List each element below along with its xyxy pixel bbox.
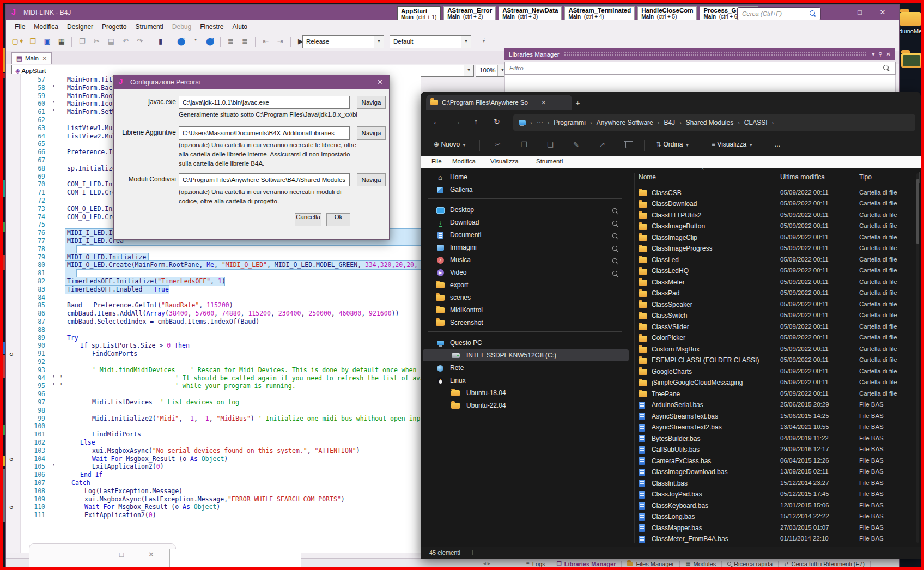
column-header-ultima-modifica[interactable]: Ultima modifica bbox=[780, 173, 825, 181]
code-line-109[interactable]: 109xui.MsgboxAsync(LastException.Message… bbox=[6, 495, 421, 504]
file-row-classmapper-bas[interactable]: ClassMapper.bas27/03/2015 01:07File BAS bbox=[636, 523, 916, 534]
menu-designer[interactable]: Designer bbox=[67, 23, 93, 31]
menu-finestre[interactable]: Finestre bbox=[200, 23, 223, 31]
file-row-classimagedownload-bas[interactable]: ClassImageDownload.bas13/09/2015 02:11Fi… bbox=[636, 467, 916, 478]
menu-file[interactable]: File bbox=[15, 23, 25, 31]
menu-modifica[interactable]: Modifica bbox=[34, 23, 58, 31]
close-icon[interactable]: ✕ bbox=[148, 550, 154, 559]
breadcrumb-programmi[interactable]: Programmi bbox=[554, 119, 586, 126]
code-line-81[interactable]: 81 bbox=[6, 269, 421, 277]
file-row-classspeaker[interactable]: ClassSpeaker05/09/2022 00:11Cartella di … bbox=[636, 299, 916, 311]
back-icon[interactable]: ← bbox=[433, 117, 440, 126]
view-button[interactable]: ≡ Visualizza▼ bbox=[712, 141, 753, 148]
file-row-callsubutils-bas[interactable]: CallSubUtils.bas29/09/2016 12:17File BAS bbox=[636, 445, 916, 456]
file-row-arduinoserial-bas[interactable]: ArduinoSerial.bas25/06/2015 20:29File BA… bbox=[636, 400, 916, 411]
indent-left-icon[interactable]: ≣ bbox=[224, 37, 236, 45]
libraries-manager-header[interactable]: Libraries Manager ▾ ⚲ ✕ bbox=[504, 48, 895, 60]
ide-search-box[interactable] bbox=[737, 7, 821, 20]
back-dropdown-icon[interactable]: ▾ bbox=[190, 37, 202, 42]
browse-button-1[interactable]: Naviga bbox=[357, 126, 386, 140]
file-row-custom-msgbox[interactable]: Custom MsgBox05/09/2022 00:11Cartella di… bbox=[636, 344, 916, 355]
code-line-102[interactable]: 102Else bbox=[6, 439, 421, 447]
bottom-tab-modules[interactable]: ▦Modules bbox=[680, 561, 722, 567]
code-line-101[interactable]: 101FindMidiPorts bbox=[6, 430, 421, 439]
minimize-button[interactable]: – bbox=[829, 7, 845, 18]
dialog-input-0[interactable] bbox=[181, 97, 347, 108]
navigate-back-icon[interactable]: ⬤⃖ bbox=[175, 37, 187, 45]
this-pc-icon[interactable] bbox=[519, 120, 526, 125]
desktop-shortcut-2[interactable] bbox=[901, 53, 922, 68]
file-row-classmeter[interactable]: ClassMeter05/09/2022 00:11Cartella di fi… bbox=[636, 277, 916, 288]
code-line-99[interactable]: 99Midi.Initialize2("Midi", -1, -1, "Midi… bbox=[6, 415, 421, 423]
code-line-78[interactable]: 78 bbox=[6, 245, 421, 253]
file-row-classint-bas[interactable]: ClassInt.bas15/12/2014 23:27File BAS bbox=[636, 478, 916, 489]
dialog-field-0[interactable] bbox=[179, 96, 350, 109]
libraries-filter-box[interactable] bbox=[504, 62, 896, 75]
build-configuration-combo[interactable]: Release ▼ bbox=[302, 35, 384, 48]
maximize-icon[interactable]: □ bbox=[119, 550, 124, 559]
cut-icon[interactable]: ✂ bbox=[90, 37, 102, 45]
dialog-field-1[interactable] bbox=[179, 126, 350, 140]
code-line-86[interactable]: 86cmbBaud.Items.AddAll(Array(38400, 5760… bbox=[6, 310, 421, 318]
code-line-79[interactable]: 79MIDI_O_LED.Initialize bbox=[6, 253, 421, 262]
save-all-icon[interactable]: ▦ bbox=[56, 37, 68, 45]
address-bar[interactable]: › ⋯ ›Programmi›Anywhere Software›B4J›Sha… bbox=[513, 114, 915, 131]
explorer-menu-visualizza[interactable]: Visualizza bbox=[490, 158, 519, 165]
breadcrumb-overflow-icon[interactable]: ⋯ bbox=[537, 119, 543, 126]
tab-close-icon[interactable]: ✕ bbox=[42, 56, 47, 62]
file-row-treepane[interactable]: TreePane05/09/2022 00:11Cartella di file bbox=[636, 389, 916, 400]
delete-icon[interactable] bbox=[625, 141, 631, 149]
file-row-esempi-classi-folder-classi-[interactable]: ESEMPI CLASSI (FOLDER CLASSI)05/09/2022 … bbox=[636, 355, 916, 367]
tab-scroll-arrows[interactable]: ◂ ▸ bbox=[483, 560, 490, 566]
refresh-icon[interactable]: ↻ bbox=[494, 117, 500, 126]
menu-debug[interactable]: Debug bbox=[172, 23, 191, 31]
sidebar-item-galleria[interactable]: Galleria bbox=[423, 184, 629, 196]
file-row-asyncstreamstext2-bas[interactable]: AsyncStreamsText2.bas13/04/2021 10:55Fil… bbox=[636, 422, 916, 434]
bottom-tab-files-manager[interactable]: Files Manager bbox=[622, 561, 680, 567]
sidebar-item-video[interactable]: ▶Video bbox=[423, 266, 629, 278]
sidebar-item-ubuntu-22-04[interactable]: Ubuntu-22.04 bbox=[423, 399, 629, 411]
breadcrumb-b4j[interactable]: B4J bbox=[664, 119, 675, 126]
minimize-icon[interactable]: — bbox=[89, 550, 96, 559]
comment-ic2-icon[interactable]: ⇥ bbox=[274, 37, 286, 45]
forward-icon[interactable]: → bbox=[453, 117, 461, 126]
navigate-forward-icon[interactable]: ⬤⃗ bbox=[204, 37, 216, 45]
sidebar-item-scenes[interactable]: scenes bbox=[423, 292, 629, 304]
code-line-100[interactable]: 100 bbox=[6, 422, 421, 430]
dialog-input-1[interactable] bbox=[181, 128, 347, 138]
code-line-82[interactable]: 82TimerLedsOFF.Initialize("TimerLedsOFF"… bbox=[6, 277, 421, 286]
file-row-classvslider[interactable]: ClassVSlider05/09/2022 00:11Cartella di … bbox=[636, 322, 916, 333]
column-header-tipo[interactable]: Tipo bbox=[859, 173, 872, 181]
code-line-80[interactable]: 80MIDI_O_LED.Create(MainForm.RootPane, M… bbox=[6, 261, 421, 269]
file-row-classimagebutton[interactable]: ClassImageButton05/09/2022 00:11Cartella… bbox=[636, 221, 916, 233]
breadcrumb-anywhere-software[interactable]: Anywhere Software bbox=[597, 119, 653, 126]
bottom-tab-cerca-tutti-i-riferimenti-f7-[interactable]: ⇄Cerca tutti i Riferimenti (F7) bbox=[779, 561, 871, 567]
new-tab-icon[interactable]: ＋ bbox=[574, 98, 581, 108]
file-row-classdownload[interactable]: ClassDownload05/09/2022 00:11Cartella di… bbox=[636, 199, 916, 210]
tab-close-icon[interactable]: ✕ bbox=[541, 99, 546, 106]
gutter-resume-icon[interactable]: ↺ bbox=[9, 503, 13, 511]
dialog-input-2[interactable] bbox=[181, 174, 347, 185]
explorer-tab[interactable]: C:\Program Files\Anywhere So ✕ bbox=[426, 95, 572, 110]
dialog-close-icon[interactable]: ✕ bbox=[377, 78, 383, 86]
maximize-button[interactable]: □ bbox=[852, 7, 868, 18]
code-line-105[interactable]: 105'ExitApplication2(0) bbox=[6, 463, 421, 471]
code-line-92[interactable]: 92 bbox=[6, 358, 421, 366]
browse-button-2[interactable]: Naviga bbox=[357, 173, 386, 186]
code-line-97[interactable]: 97Midi.ListDevices ' List devices on log bbox=[6, 398, 421, 407]
file-row-asyncstreamstext-bas[interactable]: AsyncStreamsText.bas15/06/2015 14:25File… bbox=[636, 411, 916, 422]
code-line-91[interactable]: ↻91FindComPorts bbox=[6, 350, 421, 358]
bottom-tab-libraries-manager[interactable]: ❐Libraries Manager bbox=[551, 561, 622, 567]
code-line-87[interactable]: 87cmbBaud.SelectedIndex = cmbBaud.Items.… bbox=[6, 318, 421, 326]
redo-icon[interactable]: ↷ bbox=[134, 37, 146, 45]
bookmark-icon[interactable]: ▮ bbox=[155, 37, 167, 45]
code-line-106[interactable]: 106End If bbox=[6, 471, 421, 479]
panel-dropdown-icon[interactable]: ▾ bbox=[872, 51, 874, 57]
explorer-menu-file[interactable]: File bbox=[431, 158, 442, 165]
code-line-103[interactable]: 103xui.MsgboxAsync("No serial devices fo… bbox=[6, 447, 421, 455]
file-list-scrollbar[interactable] bbox=[916, 173, 919, 543]
copy-icon[interactable]: ❐ bbox=[76, 37, 88, 45]
code-line-95[interactable]: 95' '' while your program is running. bbox=[6, 382, 421, 390]
bottom-tab-logs[interactable]: ≡Logs bbox=[521, 561, 551, 567]
build-profile-combo[interactable]: Default ▼ bbox=[390, 35, 471, 48]
